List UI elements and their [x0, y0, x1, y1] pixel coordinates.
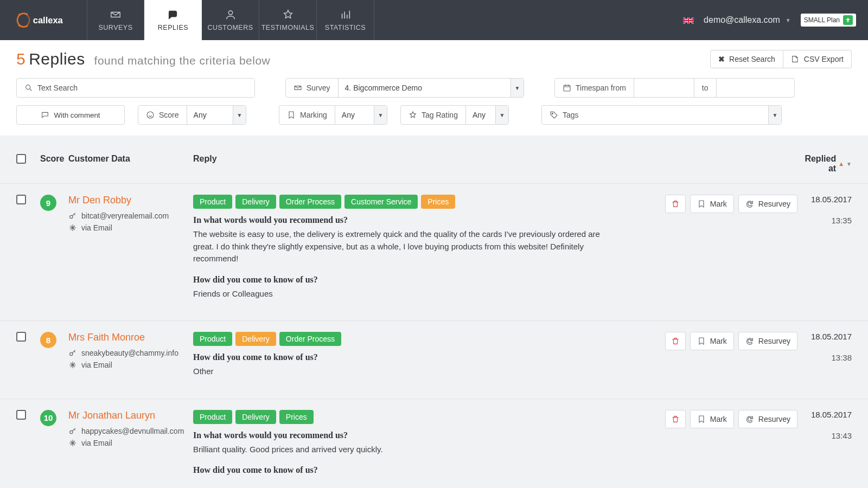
envelope-icon — [293, 84, 302, 92]
delete-button[interactable] — [665, 195, 686, 213]
col-reply: Reply — [193, 154, 656, 164]
text-search-field[interactable]: Text Search — [16, 78, 255, 98]
row-checkbox[interactable] — [16, 195, 26, 204]
tag-list: ProductDeliveryOrder Process — [193, 332, 656, 346]
timespan-from-input[interactable] — [634, 79, 694, 97]
score-badge: 8 — [40, 332, 56, 348]
tag[interactable]: Customer Service — [344, 195, 418, 209]
title-subtitle: found matching the criteria below — [94, 54, 271, 67]
mark-button[interactable]: Mark — [690, 195, 734, 213]
customer-name[interactable]: Mrs Faith Monroe — [68, 332, 193, 343]
via-icon — [68, 223, 77, 232]
tags-select[interactable]: Tags ▼ — [541, 105, 782, 125]
refresh-icon — [745, 415, 754, 423]
tag[interactable]: Order Process — [279, 195, 341, 209]
timespan-field[interactable]: Timespan from to — [554, 78, 795, 98]
user-menu[interactable]: demo@callexa.com ▼ — [704, 15, 791, 25]
delete-button[interactable] — [665, 410, 686, 428]
plan-label: SMALL Plan — [804, 16, 840, 24]
field-label: Timespan from — [576, 84, 626, 92]
tag[interactable]: Delivery — [235, 410, 276, 424]
results-table: Score Customer Data Reply Replied at ▲ ▼… — [0, 136, 868, 488]
chevron-down-icon[interactable]: ▼ — [768, 106, 781, 124]
with-comment-button[interactable]: With comment — [16, 105, 125, 125]
search-icon — [24, 84, 33, 92]
table-row: 10Mr Jonathan Laurynhappycakes@devnullma… — [0, 399, 868, 489]
tab-statistics[interactable]: STATISTICS — [317, 0, 374, 40]
score-badge: 10 — [40, 410, 56, 426]
reply-date: 18.05.2017 — [797, 332, 852, 341]
tag[interactable]: Product — [193, 410, 232, 424]
resurvey-button[interactable]: Resurvey — [738, 195, 797, 213]
svg-point-8 — [70, 352, 73, 355]
customer-email: sneakybeauty@chammy.info — [68, 349, 193, 357]
heading-actions: ✖ Reset Search CSV Export — [710, 50, 852, 68]
field-label: Survey — [307, 84, 330, 92]
button-label: CSV Export — [804, 55, 844, 63]
result-count: 5 — [16, 50, 25, 68]
chevron-down-icon[interactable]: ▼ — [233, 106, 246, 124]
plan-badge[interactable]: SMALL Plan — [801, 14, 856, 27]
reply-time: 13:38 — [797, 353, 852, 362]
reply-question: How did you come to know of us? — [193, 275, 656, 285]
tab-customers[interactable]: CUSTOMERS — [202, 0, 259, 40]
tag[interactable]: Prices — [279, 410, 314, 424]
row-checkbox[interactable] — [16, 410, 26, 420]
top-nav: callexa SURVEYS REPLIES CUSTOMERS TESTIM… — [0, 0, 868, 40]
resurvey-button[interactable]: Resurvey — [738, 410, 797, 428]
mark-button[interactable]: Mark — [690, 332, 734, 350]
sort-toggle-icon: ▼ — [846, 161, 852, 167]
timespan-to-input[interactable] — [717, 79, 776, 97]
col-replied-at[interactable]: Replied at ▲ ▼ — [797, 154, 852, 174]
reset-search-button[interactable]: ✖ Reset Search — [710, 50, 783, 68]
button-label: With comment — [54, 111, 100, 119]
survey-select[interactable]: Survey 4. Bigcommerce Demo ▼ — [285, 78, 524, 98]
chevron-down-icon[interactable]: ▼ — [510, 79, 524, 97]
refresh-icon — [745, 337, 754, 345]
tag[interactable]: Prices — [421, 195, 455, 209]
csv-export-button[interactable]: CSV Export — [783, 50, 852, 68]
tag-list: ProductDeliveryPrices — [193, 410, 656, 424]
callexa-logo-icon: callexa — [14, 11, 73, 29]
delete-button[interactable] — [665, 332, 686, 350]
table-row: 9Mr Den Robbybitcat@veryrealemail.comvia… — [0, 183, 868, 320]
tab-surveys[interactable]: SURVEYS — [87, 0, 144, 40]
mark-button[interactable]: Mark — [690, 410, 734, 428]
tag[interactable]: Product — [193, 332, 232, 346]
chevron-down-icon[interactable]: ▼ — [374, 106, 387, 124]
tag-rating-select[interactable]: Tag Rating Any ▼ — [400, 105, 509, 125]
tab-testimonials[interactable]: TESTIMONIALS — [259, 0, 317, 40]
svg-point-7 — [70, 215, 73, 218]
col-label: Replied at — [797, 154, 836, 174]
svg-point-5 — [147, 112, 154, 118]
bookmark-icon — [697, 200, 706, 208]
tab-label: REPLIES — [158, 24, 188, 31]
logo[interactable]: callexa — [0, 0, 87, 40]
tag[interactable]: Product — [193, 195, 232, 209]
select-all-checkbox[interactable] — [16, 154, 26, 164]
svg-point-1 — [228, 11, 232, 15]
tag[interactable]: Order Process — [279, 332, 341, 346]
chevron-down-icon[interactable]: ▼ — [495, 106, 508, 124]
score-select[interactable]: Score Any ▼ — [138, 105, 246, 125]
flag-icon[interactable] — [683, 17, 694, 23]
button-label: Reset Search — [729, 55, 775, 63]
text-search-input[interactable] — [85, 79, 254, 97]
tab-label: STATISTICS — [325, 24, 366, 31]
select-value: 4. Bigcommerce Demo — [339, 84, 510, 92]
tag[interactable]: Delivery — [235, 332, 276, 346]
smile-icon — [146, 111, 155, 119]
tag[interactable]: Delivery — [235, 195, 276, 209]
row-checkbox[interactable] — [16, 332, 26, 342]
customer-name[interactable]: Mr Den Robby — [68, 195, 193, 206]
via-icon — [68, 361, 77, 369]
field-label: Tag Rating — [422, 111, 458, 119]
refresh-icon — [745, 200, 754, 208]
key-icon — [68, 349, 77, 357]
svg-rect-4 — [564, 85, 570, 91]
marking-select[interactable]: Marking Any ▼ — [279, 105, 387, 125]
customer-name[interactable]: Mr Jonathan Lauryn — [68, 410, 193, 421]
tab-label: CUSTOMERS — [207, 24, 253, 31]
resurvey-button[interactable]: Resurvey — [738, 332, 797, 350]
tab-replies[interactable]: REPLIES — [144, 0, 202, 40]
